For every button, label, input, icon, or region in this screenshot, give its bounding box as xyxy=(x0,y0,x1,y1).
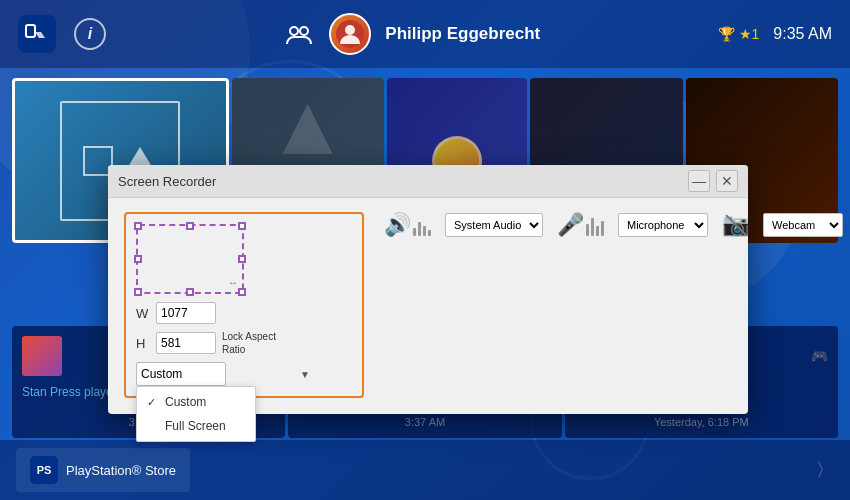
width-row: W xyxy=(136,302,352,324)
mic-bar-2 xyxy=(591,218,594,236)
microphone-item: 🎤 xyxy=(557,212,604,238)
width-label: W xyxy=(136,306,150,321)
check-icon: ✓ xyxy=(147,396,159,409)
activity-time-2: 3:37 AM xyxy=(298,416,551,428)
info-icon[interactable]: i xyxy=(74,18,106,50)
microphone-levels xyxy=(586,214,604,236)
top-bar-center: Philipp Eggebrecht xyxy=(106,13,718,55)
controller-icon-3: 🎮 xyxy=(811,348,828,364)
playstation-icon[interactable] xyxy=(18,15,56,53)
party-icon[interactable] xyxy=(283,18,315,50)
capture-mode-select[interactable]: Custom Full Screen xyxy=(136,362,226,386)
handle-bottom-right[interactable] xyxy=(238,288,246,296)
handle-top-mid[interactable] xyxy=(186,222,194,230)
system-audio-icon-row: 🔊 xyxy=(384,212,431,238)
height-row: H Lock Aspect Ratio xyxy=(136,330,352,356)
microphone-dropdown[interactable]: Microphone xyxy=(618,213,708,237)
lock-aspect-label: Lock Aspect Ratio xyxy=(222,330,278,356)
trophy-icon: 🏆 xyxy=(718,26,735,42)
bottom-bar: PS PlayStation® Store 〉 xyxy=(0,440,850,500)
speaker-icon: 🔊 xyxy=(384,212,411,238)
audio-controls: 🔊 System Audio xyxy=(384,212,843,238)
system-audio-item: 🔊 xyxy=(384,212,431,238)
mic-bar-1 xyxy=(586,224,589,236)
screen-recorder-dialog: Screen Recorder — ✕ xyxy=(108,165,748,414)
level-bar-4 xyxy=(428,230,431,236)
top-bar: i Philipp Eggebrecht 🏆 ★1 9:35 AM xyxy=(0,0,850,68)
handle-bottom-mid[interactable] xyxy=(186,288,194,296)
top-bar-left: i xyxy=(18,15,106,53)
store-label: PlayStation® Store xyxy=(66,463,176,478)
ps-store-button[interactable]: PS PlayStation® Store xyxy=(16,448,190,492)
height-label: H xyxy=(136,336,150,351)
dropdown-item-fullscreen[interactable]: Full Screen xyxy=(137,414,255,438)
dropdown-item-custom[interactable]: ✓ Custom xyxy=(137,390,255,414)
capture-preview[interactable]: ↔ xyxy=(136,224,244,294)
svg-point-1 xyxy=(290,27,298,35)
activity-time-3: Yesterday, 6:18 PM xyxy=(575,416,828,428)
width-input[interactable] xyxy=(156,302,216,324)
webcam-icon: 📷 xyxy=(722,212,749,238)
svg-point-2 xyxy=(300,27,308,35)
dropdown-item-fullscreen-label: Full Screen xyxy=(165,419,226,433)
time-display: 9:35 AM xyxy=(773,25,832,43)
microphone-icon: 🎤 xyxy=(557,212,584,238)
dialog-title: Screen Recorder xyxy=(118,174,216,189)
system-audio-dropdown[interactable]: System Audio xyxy=(445,213,543,237)
height-input[interactable] xyxy=(156,332,216,354)
dropdown-arrow-icon: ▼ xyxy=(300,369,310,380)
trophy-rank: ★1 xyxy=(739,26,760,42)
username: Philipp Eggebrecht xyxy=(385,24,540,44)
handle-bottom-left[interactable] xyxy=(134,288,142,296)
trophy-area: 🏆 ★1 xyxy=(718,26,760,42)
move-icon: ↔ xyxy=(228,277,238,288)
activity-thumb-1 xyxy=(22,336,62,376)
dropdown-popup: ✓ Custom Full Screen xyxy=(136,386,256,442)
level-bar-1 xyxy=(413,228,416,236)
dialog-controls: — ✕ xyxy=(688,170,738,192)
svg-point-4 xyxy=(345,25,355,35)
handle-top-left[interactable] xyxy=(134,222,142,230)
dropdown-item-custom-label: Custom xyxy=(165,395,206,409)
handle-left-mid[interactable] xyxy=(134,255,142,263)
scroll-indicator: 〉 xyxy=(816,458,834,482)
mic-bar-4 xyxy=(601,221,604,236)
level-bar-2 xyxy=(418,222,421,236)
audio-panel: 🔊 System Audio xyxy=(384,212,843,238)
webcam-dropdown[interactable]: Webcam xyxy=(763,213,843,237)
svg-rect-0 xyxy=(26,25,35,37)
webcam-item: 📷 xyxy=(722,212,749,238)
handle-top-right[interactable] xyxy=(238,222,246,230)
dialog-body: ↔ W H Lock Aspect Ratio Custom Full Scr xyxy=(108,198,748,414)
avatar xyxy=(329,13,371,55)
close-button[interactable]: ✕ xyxy=(716,170,738,192)
handle-right-mid[interactable] xyxy=(238,255,246,263)
mic-bar-3 xyxy=(596,226,599,236)
store-icon: PS xyxy=(30,456,58,484)
microphone-icon-row: 🎤 xyxy=(557,212,604,238)
capture-panel: ↔ W H Lock Aspect Ratio Custom Full Scr xyxy=(124,212,364,398)
system-audio-levels xyxy=(413,214,431,236)
dropdown-row: Custom Full Screen ▼ ✓ Custom Full Scree… xyxy=(136,362,352,386)
top-bar-right: 🏆 ★1 9:35 AM xyxy=(718,25,833,43)
resize-handles xyxy=(138,226,242,292)
dialog-titlebar: Screen Recorder — ✕ xyxy=(108,165,748,198)
minimize-button[interactable]: — xyxy=(688,170,710,192)
level-bar-3 xyxy=(423,226,426,236)
